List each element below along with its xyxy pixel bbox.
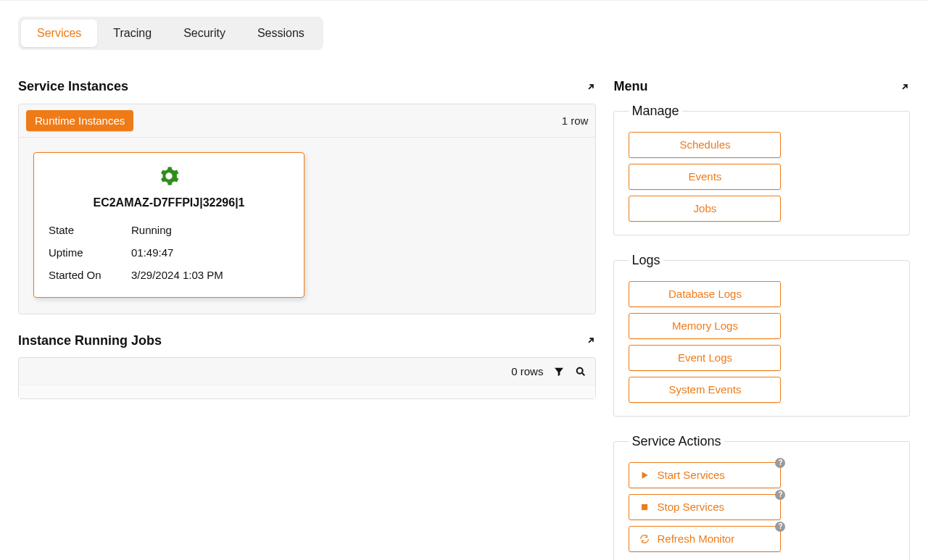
event-logs-button[interactable]: Event Logs xyxy=(629,345,781,371)
help-icon[interactable]: ? xyxy=(775,490,785,500)
help-icon[interactable]: ? xyxy=(775,458,785,468)
gear-icon xyxy=(159,166,179,186)
instance-id: EC2AMAZ-D7FFPIJ|32296|1 xyxy=(49,196,289,209)
logs-group: Logs Database Logs Memory Logs Event Log… xyxy=(613,253,910,417)
tab-tracing[interactable]: Tracing xyxy=(97,20,167,47)
filter-icon[interactable] xyxy=(553,366,565,377)
jobs-body xyxy=(19,385,595,398)
tab-sessions[interactable]: Sessions xyxy=(241,20,320,47)
system-events-button[interactable]: System Events xyxy=(629,377,781,403)
menu-title: Menu xyxy=(613,79,647,95)
jobs-panel: 0 rows xyxy=(18,357,596,399)
manage-group: Manage Schedules Events Jobs xyxy=(613,104,910,235)
service-instances-title: Service Instances xyxy=(18,79,128,95)
refresh-icon xyxy=(639,534,650,544)
instances-panel: Runtime Instances 1 row EC2AMAZ-D7FFPIJ|… xyxy=(18,104,596,314)
running-jobs-title: Instance Running Jobs xyxy=(18,333,162,349)
service-actions-group: Service Actions Start Services ? Stop Se… xyxy=(613,434,910,560)
search-icon[interactable] xyxy=(575,366,587,377)
expand-icon[interactable] xyxy=(900,82,910,92)
refresh-monitor-button[interactable]: Refresh Monitor xyxy=(629,526,781,552)
stop-services-label: Stop Services xyxy=(657,501,724,513)
expand-icon[interactable] xyxy=(586,335,596,346)
jobs-row-count: 0 rows xyxy=(511,365,543,377)
stop-services-button[interactable]: Stop Services xyxy=(629,494,781,520)
uptime-value: 01:49:47 xyxy=(131,246,173,259)
svg-rect-1 xyxy=(642,504,647,510)
tab-security[interactable]: Security xyxy=(167,20,241,47)
tab-services[interactable]: Services xyxy=(21,20,97,47)
started-label: Started On xyxy=(49,269,131,281)
svg-point-0 xyxy=(577,367,583,373)
runtime-instances-pill[interactable]: Runtime Instances xyxy=(26,110,133,131)
stop-icon xyxy=(639,502,650,512)
start-services-button[interactable]: Start Services xyxy=(629,462,781,488)
refresh-monitor-label: Refresh Monitor xyxy=(657,532,734,545)
events-button[interactable]: Events xyxy=(629,164,781,190)
instance-card[interactable]: EC2AMAZ-D7FFPIJ|32296|1 StateRunning Upt… xyxy=(33,152,304,298)
start-services-label: Start Services xyxy=(657,469,724,481)
service-actions-legend: Service Actions xyxy=(629,434,724,449)
schedules-button[interactable]: Schedules xyxy=(629,132,781,158)
main-tabs: Services Tracing Security Sessions xyxy=(18,17,323,50)
expand-icon[interactable] xyxy=(586,82,596,92)
database-logs-button[interactable]: Database Logs xyxy=(629,281,781,307)
help-icon[interactable]: ? xyxy=(775,522,785,532)
uptime-label: Uptime xyxy=(49,246,131,259)
logs-legend: Logs xyxy=(629,253,663,268)
memory-logs-button[interactable]: Memory Logs xyxy=(629,313,781,339)
started-value: 3/29/2024 1:03 PM xyxy=(131,269,223,281)
manage-legend: Manage xyxy=(629,104,682,119)
state-value: Running xyxy=(131,224,172,236)
state-label: State xyxy=(49,224,131,236)
play-icon xyxy=(639,470,650,480)
jobs-button[interactable]: Jobs xyxy=(629,196,781,222)
row-count: 1 row xyxy=(562,114,589,127)
